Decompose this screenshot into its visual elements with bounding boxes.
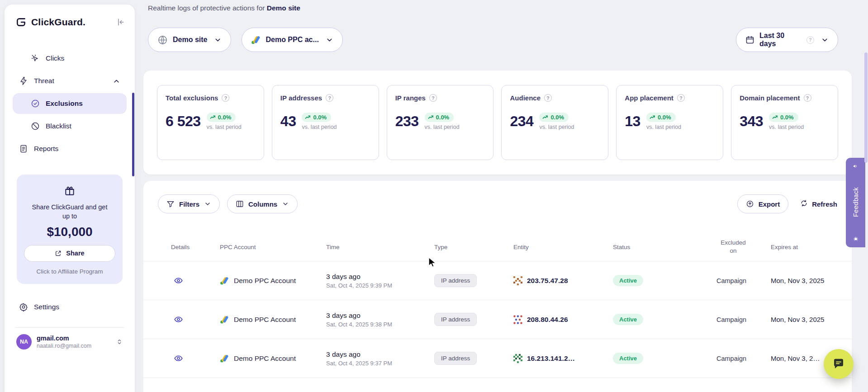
entity-identicon xyxy=(513,354,522,363)
view-details-button[interactable] xyxy=(172,352,185,365)
page-scrollbar[interactable] xyxy=(864,0,868,392)
columns-dropdown-button[interactable]: Columns xyxy=(227,194,298,213)
chevron-down-icon xyxy=(214,36,222,44)
stat-label: Total exclusions xyxy=(166,94,218,102)
stat-label: IP ranges xyxy=(395,94,426,102)
entity-value: 16.213.141.2… xyxy=(527,354,575,363)
help-icon[interactable]: ? xyxy=(804,94,811,102)
site-selector-dropdown[interactable]: Demo site xyxy=(148,28,231,52)
megaphone-icon xyxy=(853,163,859,169)
time-absolute: Sat, Oct 4, 2025 9:38 PM xyxy=(326,321,434,328)
table-row: Demo PPC Account 3 days agoSat, Oct 4, 2… xyxy=(143,300,852,339)
sidebar-item-exclusions[interactable]: Exclusions xyxy=(13,93,127,114)
stat-caption: vs. last period xyxy=(425,124,460,130)
sidebar: ClickGuard. Clicks Threat Exclusions xyxy=(5,5,135,392)
stat-app-placement: App placement? 13 0.0% vs. last period xyxy=(616,85,723,160)
stat-value: 234 xyxy=(510,113,533,130)
sidebar-item-label: Reports xyxy=(34,145,58,153)
stat-value: 6 523 xyxy=(166,113,201,130)
entity-identicon xyxy=(513,276,522,285)
sidebar-item-blacklist[interactable]: Blacklist xyxy=(13,116,127,137)
chevron-down-icon xyxy=(821,36,829,44)
ppc-account-name: Demo PPC Account xyxy=(234,277,296,285)
stat-domain-placement: Domain placement? 343 0.0% vs. last peri… xyxy=(731,85,838,160)
user-name: gmail.com xyxy=(37,335,91,342)
globe-icon xyxy=(157,35,168,45)
shield-check-icon xyxy=(31,99,40,108)
help-icon[interactable]: ? xyxy=(806,36,814,44)
sidebar-item-label: Clicks xyxy=(46,54,64,62)
help-icon[interactable]: ? xyxy=(544,94,552,102)
google-ads-icon xyxy=(220,354,229,363)
stat-ip-addresses: IP addresses? 43 0.0% vs. last period xyxy=(272,85,379,160)
gear-icon xyxy=(19,302,28,312)
delta-badge: 0.0% xyxy=(425,113,454,122)
refresh-icon xyxy=(800,199,808,208)
columns-icon xyxy=(236,200,244,208)
unfold-icon xyxy=(116,338,123,345)
excluded-on-value: Campaign xyxy=(716,355,771,362)
sidebar-item-threat[interactable]: Threat xyxy=(13,71,127,91)
chat-launcher-button[interactable] xyxy=(824,349,854,379)
delta-badge: 0.0% xyxy=(769,113,798,122)
export-icon xyxy=(746,200,754,208)
type-chip: IP address xyxy=(434,313,477,326)
view-details-button[interactable] xyxy=(172,313,185,326)
sidebar-item-label: Blacklist xyxy=(46,122,71,130)
divider xyxy=(15,327,124,328)
settings-label: Settings xyxy=(34,303,59,311)
clickguard-logo: ClickGuard. xyxy=(15,16,85,28)
status-badge: Active xyxy=(613,353,643,364)
help-icon[interactable]: ? xyxy=(677,94,685,102)
trend-up-icon xyxy=(650,114,655,120)
stat-value: 43 xyxy=(280,113,296,130)
col-header-status: Status xyxy=(613,244,716,250)
date-range-dropdown[interactable]: Last 30 days ? xyxy=(736,28,838,52)
ppc-account-selector-dropdown[interactable]: Demo PPC ac... xyxy=(242,28,342,52)
affiliate-link[interactable]: Click to Affiliate Program xyxy=(37,268,103,275)
sidebar-scrollbar[interactable] xyxy=(132,93,134,176)
ppc-account-name: Demo PPC Account xyxy=(234,316,296,324)
sidebar-item-clicks[interactable]: Clicks xyxy=(13,48,127,69)
sidebar-nav: Clicks Threat Exclusions Blacklist xyxy=(5,48,135,159)
brand-mark-icon xyxy=(15,16,27,28)
status-badge: Active xyxy=(613,275,643,286)
view-details-button[interactable] xyxy=(172,274,185,287)
feedback-label: Feedback xyxy=(852,187,859,217)
help-icon[interactable]: ? xyxy=(326,94,333,102)
chevron-down-icon xyxy=(282,200,289,208)
help-icon[interactable]: ? xyxy=(429,94,437,102)
google-ads-icon xyxy=(220,276,229,285)
stat-label: IP addresses xyxy=(280,94,322,102)
trend-up-icon xyxy=(210,114,216,120)
filter-icon xyxy=(166,200,175,208)
sidebar-item-settings[interactable]: Settings xyxy=(13,297,127,317)
delta-badge: 0.0% xyxy=(646,113,676,122)
time-relative: 3 days ago xyxy=(326,350,434,359)
status-badge: Active xyxy=(613,314,643,325)
time-absolute: Sat, Oct 4, 2025 9:37 PM xyxy=(326,360,434,367)
user-menu[interactable]: NA gmail.com naatali.ro@gmail.com xyxy=(14,334,126,349)
export-button[interactable]: Export xyxy=(737,194,789,213)
chevron-down-icon xyxy=(204,200,211,208)
report-icon xyxy=(19,144,28,153)
cursor-click-icon xyxy=(31,54,40,63)
expires-at-value: Mon, Nov 3, 2025 xyxy=(771,277,852,284)
help-icon[interactable]: ? xyxy=(222,94,229,102)
collapse-sidebar-icon[interactable] xyxy=(116,18,125,27)
stats-summary-card: Total exclusions? 6 523 0.0% vs. last pe… xyxy=(143,71,852,175)
filters-dropdown-button[interactable]: Filters xyxy=(158,194,220,213)
sidebar-item-reports[interactable]: Reports xyxy=(13,138,127,159)
feedback-tab[interactable]: Feedback xyxy=(846,158,865,247)
google-ads-icon xyxy=(251,35,261,45)
table-row: Demo PPC Account 3 days agoSat, Oct 4, 2… xyxy=(143,261,852,300)
promo-amount: $10,000 xyxy=(47,225,92,239)
stat-caption: vs. last period xyxy=(539,124,574,130)
user-email: naatali.ro@gmail.com xyxy=(37,343,91,349)
page-scrollbar-thumb[interactable] xyxy=(864,52,868,163)
refresh-button[interactable]: Refresh xyxy=(800,199,837,208)
sidebar-item-label: Exclusions xyxy=(46,99,83,108)
share-button[interactable]: Share xyxy=(24,245,115,262)
stat-value: 13 xyxy=(625,113,640,130)
time-absolute: Sat, Oct 4, 2025 9:39 PM xyxy=(326,282,434,289)
